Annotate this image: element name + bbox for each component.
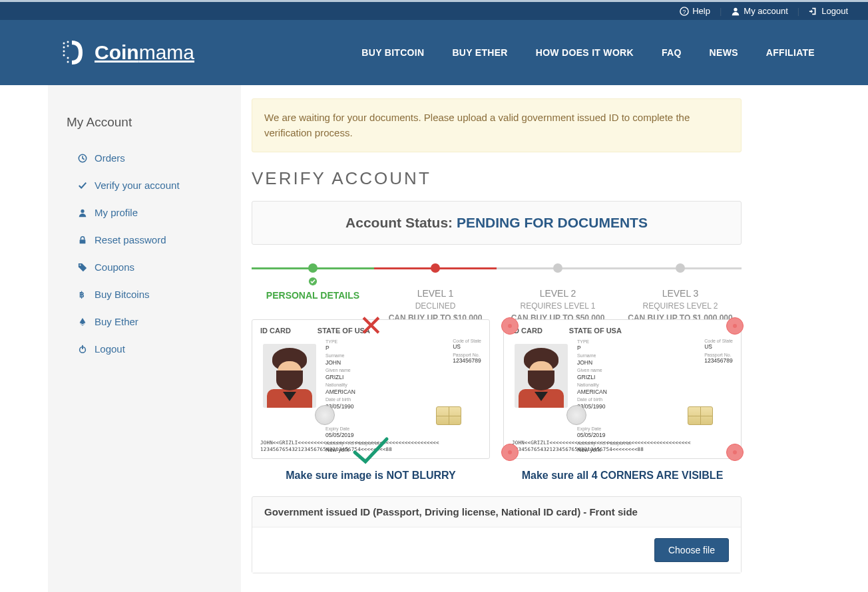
sidebar-item-label: Buy Bitcoins <box>95 289 150 300</box>
sidebar-item-coupons[interactable]: Coupons <box>77 261 241 273</box>
separator: | <box>797 6 799 16</box>
svg-text:?: ? <box>683 8 686 15</box>
seal-icon <box>566 405 586 425</box>
sidebar-item-profile[interactable]: My profile <box>77 207 241 218</box>
help-icon: ? <box>680 7 689 16</box>
sidebar-item-label: Logout <box>95 343 125 355</box>
step-dot <box>431 263 440 273</box>
svg-text:฿: ฿ <box>79 290 85 299</box>
svg-point-6 <box>63 54 65 56</box>
utility-bar: ? Help | My account | Logout <box>0 0 868 20</box>
corner-marker-icon <box>726 444 744 461</box>
step-dot <box>553 263 562 273</box>
nav-how-it-works[interactable]: HOW DOES IT WORK <box>536 47 634 58</box>
id-header-left: ID CARD <box>260 327 291 335</box>
chip-icon <box>688 406 713 425</box>
logo-icon <box>60 38 87 68</box>
corner-marker-icon <box>726 317 744 335</box>
svg-point-7 <box>67 41 69 43</box>
corner-marker-icon <box>501 317 519 335</box>
alert-banner: We are waiting for your documents. Pleas… <box>252 98 742 152</box>
sidebar-item-label: Buy Ether <box>95 316 138 327</box>
nav-affiliate[interactable]: AFFILIATE <box>766 47 815 58</box>
help-link[interactable]: ? Help <box>680 6 710 16</box>
step-subtitle: REQUIRES LEVEL 2 <box>619 301 742 311</box>
step-level-1: LEVEL 1 DECLINED CAN BUY UP TO $10,000 <box>374 261 497 323</box>
checkmark-icon <box>351 435 391 470</box>
svg-point-5 <box>63 50 65 52</box>
clock-icon <box>77 154 88 163</box>
sidebar-item-logout[interactable]: Logout <box>77 343 241 355</box>
svg-point-2 <box>734 7 738 11</box>
svg-rect-13 <box>80 239 86 243</box>
main-nav: BUY BITCOIN BUY ETHER HOW DOES IT WORK F… <box>361 47 815 58</box>
nav-buy-bitcoin[interactable]: BUY BITCOIN <box>361 47 424 58</box>
my-account-link[interactable]: My account <box>731 6 787 16</box>
mrz-lines: JOHN<<GRIZLI<<<<<<<<<<<<<<<<<<<<<<<<<<<<… <box>512 440 733 453</box>
step-dot <box>308 263 318 273</box>
step-subtitle: REQUIRES LEVEL 1 <box>497 301 619 311</box>
my-account-label: My account <box>744 6 787 16</box>
example-caption: Make sure all 4 CORNERS ARE VISIBLE <box>503 470 742 482</box>
svg-rect-17 <box>82 345 83 349</box>
nav-buy-ether[interactable]: BUY ETHER <box>452 47 507 58</box>
page-body: My Account Orders Verify your account My… <box>0 85 868 592</box>
sidebar-item-label: My profile <box>95 207 138 218</box>
upload-panel: Government issued ID (Passport, Driving … <box>252 496 742 573</box>
id-examples: ✕ ID CARDSTATE OF USA TYPEP SurnameJOHN … <box>252 319 742 482</box>
svg-point-8 <box>67 45 69 47</box>
step-dot <box>676 263 685 273</box>
id-photo <box>515 344 568 408</box>
example-corners: ID CARDSTATE OF USA TYPEP SurnameJOHN Gi… <box>503 319 742 482</box>
tag-icon <box>77 263 88 272</box>
sidebar-item-label: Reset password <box>95 234 166 245</box>
power-icon <box>77 345 88 354</box>
logout-icon <box>809 7 818 16</box>
id-right-fields: Code of StateUS Passport No.123456789 <box>453 339 481 364</box>
step-subtitle: DECLINED <box>374 301 497 311</box>
lock-icon <box>77 235 88 245</box>
sidebar-item-verify[interactable]: Verify your account <box>77 180 241 191</box>
sidebar-item-buy-bitcoins[interactable]: ฿Buy Bitcoins <box>77 289 241 300</box>
sidebar-title: My Account <box>67 115 241 130</box>
id-header-right: STATE OF USA <box>569 327 622 335</box>
brand-logo[interactable]: Coinmama <box>60 38 194 68</box>
main-header: Coinmama BUY BITCOIN BUY ETHER HOW DOES … <box>0 20 868 85</box>
status-label: Account Status: <box>345 215 457 230</box>
check-icon <box>77 181 88 190</box>
step-title: LEVEL 1 <box>374 288 497 299</box>
nav-news[interactable]: NEWS <box>710 47 738 58</box>
help-label: Help <box>692 6 710 16</box>
sidebar-item-orders[interactable]: Orders <box>77 152 241 164</box>
step-personal-details: PERSONAL DETAILS <box>252 261 374 323</box>
choose-file-button[interactable]: Choose file <box>654 538 729 562</box>
brand-name: Coinmama <box>95 41 194 64</box>
example-blurry: ✕ ID CARDSTATE OF USA TYPEP SurnameJOHN … <box>252 319 490 482</box>
step-level-3: LEVEL 3 REQUIRES LEVEL 2 CAN BUY UP TO $… <box>619 261 742 323</box>
chip-icon <box>436 406 461 425</box>
logout-label: Logout <box>821 6 848 16</box>
upload-panel-title: Government issued ID (Passport, Driving … <box>252 497 741 527</box>
page-title: VERIFY ACCOUNT <box>252 168 742 189</box>
user-icon <box>77 208 88 218</box>
example-caption: Make sure image is NOT BLURRY <box>252 470 490 482</box>
sidebar-item-reset-password[interactable]: Reset password <box>77 234 241 245</box>
corner-marker-icon <box>501 444 519 461</box>
user-icon <box>731 7 740 16</box>
separator: | <box>720 6 722 16</box>
step-title: PERSONAL DETAILS <box>252 290 374 301</box>
nav-faq[interactable]: FAQ <box>662 47 682 58</box>
svg-point-14 <box>79 264 81 265</box>
logout-link[interactable]: Logout <box>809 6 848 16</box>
svg-point-4 <box>63 46 65 48</box>
bitcoin-icon: ฿ <box>77 290 88 299</box>
check-circle-icon <box>252 277 374 288</box>
id-right-fields: Code of StateUS Passport No.123456789 <box>704 339 733 364</box>
seal-icon <box>315 405 335 425</box>
sidebar-item-label: Verify your account <box>95 180 180 191</box>
sample-id-card: ID CARDSTATE OF USA TYPEP SurnameJOHN Gi… <box>503 319 742 459</box>
sidebar-item-buy-ether[interactable]: Buy Ether <box>77 316 241 327</box>
svg-point-12 <box>81 209 84 212</box>
svg-point-9 <box>67 57 69 59</box>
step-title: LEVEL 3 <box>619 288 742 299</box>
